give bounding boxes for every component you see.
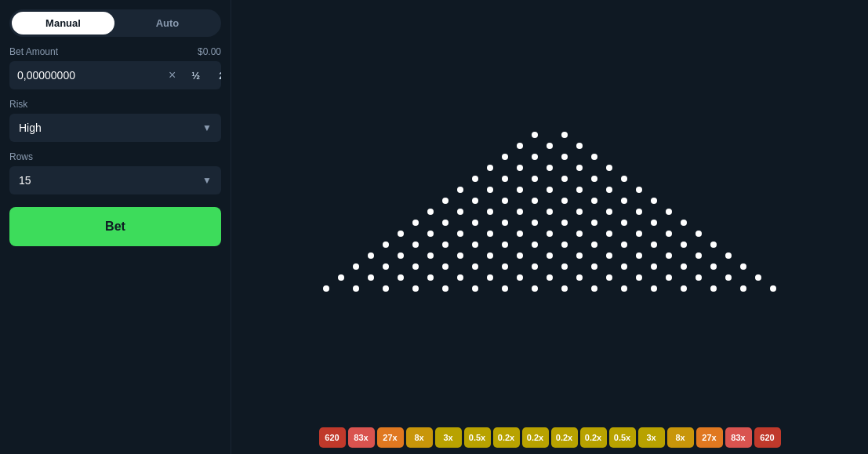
- multiplier-cell: 0.2x: [551, 427, 578, 448]
- peg: [383, 242, 389, 248]
- peg: [457, 231, 463, 237]
- peg: [561, 198, 568, 204]
- peg: [636, 187, 642, 193]
- peg-row: [311, 143, 788, 149]
- peg: [517, 274, 523, 281]
- peg: [502, 242, 508, 248]
- peg: [502, 220, 508, 226]
- peg: [487, 274, 493, 281]
- peg-row: [311, 263, 788, 270]
- peg: [472, 242, 478, 248]
- rows-section: Rows 8910 111213 141516 ▼: [9, 151, 221, 194]
- peg: [651, 198, 657, 204]
- peg: [606, 209, 612, 215]
- peg: [427, 231, 434, 237]
- peg-row: [311, 154, 788, 160]
- peg: [442, 220, 449, 226]
- peg: [651, 263, 657, 270]
- multiplier-cell: 27x: [696, 427, 723, 448]
- peg: [398, 252, 404, 259]
- peg: [591, 176, 597, 182]
- peg: [740, 263, 746, 270]
- multiplier-cell: 0.5x: [609, 427, 636, 448]
- half-button[interactable]: ½: [182, 62, 209, 89]
- peg: [383, 263, 389, 270]
- peg: [398, 274, 404, 281]
- bet-button[interactable]: Bet: [9, 207, 221, 246]
- bet-amount-label: Bet Amount: [9, 46, 58, 57]
- peg: [591, 242, 597, 248]
- plinko-board: [311, 8, 788, 419]
- peg: [681, 220, 687, 226]
- bet-amount-section: Bet Amount $0.00 × ½ 2x: [9, 46, 221, 89]
- bet-input[interactable]: [9, 61, 162, 89]
- peg: [502, 285, 508, 292]
- peg: [412, 263, 419, 270]
- peg: [532, 132, 538, 138]
- multiplier-cell: 83x: [348, 427, 375, 448]
- multiplier-cell: 620: [319, 427, 346, 448]
- peg: [740, 285, 746, 292]
- peg: [695, 231, 702, 237]
- peg: [666, 274, 672, 281]
- peg: [412, 285, 419, 292]
- peg-row: [311, 198, 788, 204]
- peg: [621, 242, 627, 248]
- peg: [651, 285, 657, 292]
- peg-row: [311, 285, 788, 292]
- peg: [427, 252, 434, 259]
- peg: [636, 231, 642, 237]
- peg: [606, 187, 612, 193]
- peg: [576, 231, 583, 237]
- peg: [636, 274, 642, 281]
- peg: [621, 285, 627, 292]
- peg: [457, 252, 463, 259]
- bet-clear-button[interactable]: ×: [162, 68, 182, 82]
- peg: [725, 274, 732, 281]
- rows-select[interactable]: 8910 111213 141516: [9, 166, 221, 194]
- peg: [576, 143, 583, 149]
- peg: [517, 187, 523, 193]
- double-button[interactable]: 2x: [209, 62, 221, 89]
- peg: [532, 220, 538, 226]
- peg: [442, 263, 449, 270]
- peg-row: [311, 187, 788, 193]
- peg: [636, 209, 642, 215]
- risk-select[interactable]: Low Medium High: [9, 114, 221, 142]
- peg: [532, 242, 538, 248]
- peg: [427, 274, 434, 281]
- multiplier-cell: 27x: [377, 427, 404, 448]
- multiplier-cell: 0.2x: [580, 427, 607, 448]
- peg: [561, 285, 568, 292]
- peg: [502, 198, 508, 204]
- peg: [412, 242, 419, 248]
- peg: [427, 209, 434, 215]
- rows-label: Rows: [9, 151, 33, 162]
- peg: [561, 242, 568, 248]
- peg: [532, 176, 538, 182]
- peg: [666, 252, 672, 259]
- peg: [368, 252, 374, 259]
- multiplier-cell: 83x: [725, 427, 752, 448]
- peg-row: [311, 274, 788, 281]
- multiplier-cell: 0.2x: [493, 427, 520, 448]
- peg: [636, 252, 642, 259]
- peg: [621, 220, 627, 226]
- peg: [502, 263, 508, 270]
- peg: [487, 165, 493, 171]
- bet-input-row: × ½ 2x: [9, 61, 221, 89]
- peg: [547, 143, 553, 149]
- risk-label: Risk: [9, 99, 27, 110]
- peg: [547, 252, 553, 259]
- peg: [651, 220, 657, 226]
- peg-row: [311, 209, 788, 215]
- peg: [561, 220, 568, 226]
- peg: [561, 176, 568, 182]
- tab-manual[interactable]: Manual: [12, 12, 114, 35]
- tab-auto[interactable]: Auto: [116, 12, 219, 35]
- peg: [710, 263, 717, 270]
- peg: [532, 263, 538, 270]
- peg: [532, 198, 538, 204]
- peg: [517, 209, 523, 215]
- peg: [472, 220, 478, 226]
